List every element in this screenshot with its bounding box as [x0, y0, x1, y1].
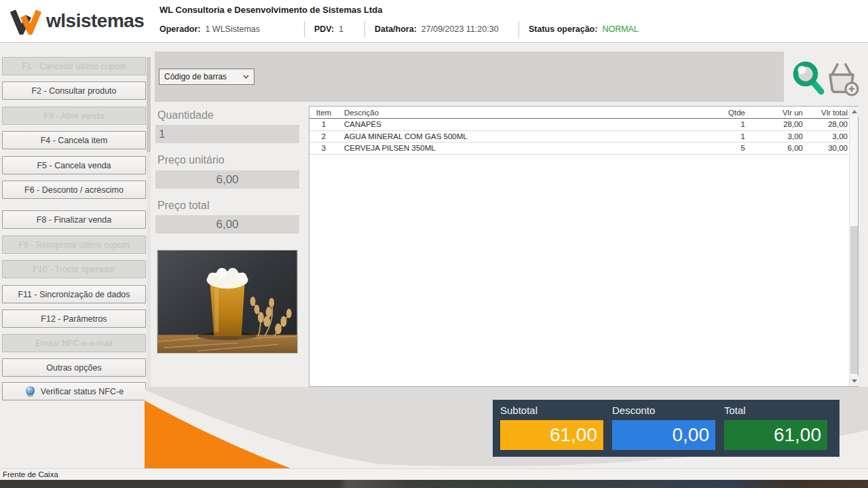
- cell-desc: CANAPÉS: [338, 120, 682, 128]
- globe-icon: [24, 386, 36, 397]
- status-label: Status operação:: [529, 24, 597, 34]
- table-scrollbar[interactable]: [849, 107, 858, 386]
- divider: [518, 21, 519, 37]
- wlsistemas-logo-icon: [10, 7, 42, 35]
- cell-qtde: 5: [682, 144, 747, 152]
- datetime-value: 27/09/2023 11:20:30: [421, 24, 499, 34]
- unit-price-label: Preço unitário: [157, 154, 225, 166]
- cell-desc: CERVEJA PILSEN 350ML: [338, 144, 682, 152]
- col-qtde: Qtde: [682, 109, 747, 117]
- cell-desc: AGUA MINERAL COM GAS 500ML: [338, 132, 682, 140]
- divider: [364, 21, 365, 37]
- basket-add-icon[interactable]: [823, 58, 861, 98]
- col-vlr-total: Vlr total: [804, 109, 849, 117]
- scroll-down-arrow[interactable]: [850, 376, 858, 386]
- operator-value: 1 WLSistemas: [205, 24, 260, 34]
- logo-text: wlsistemas: [46, 10, 144, 32]
- status-bar-text: Frente de Caixa: [3, 470, 58, 478]
- subtotal-value: 61,00: [500, 420, 603, 450]
- quantity-label: Quantidade: [157, 109, 214, 121]
- sidebar-scrollbar-thumb[interactable]: [147, 57, 151, 152]
- cell-item: 1: [309, 120, 338, 128]
- f4-cancel-item-button[interactable]: F4 - Cancela item: [2, 131, 146, 149]
- sidebar-scrollbar[interactable]: [147, 57, 151, 398]
- divider: [304, 21, 305, 37]
- f8-finish-sale-button[interactable]: F8 - Finalizar venda: [2, 210, 146, 229]
- total-price-field[interactable]: 6,00: [155, 215, 299, 233]
- col-vlr-un: Vlr un: [747, 109, 804, 117]
- discount-label: Desconto: [612, 405, 715, 416]
- items-table-panel: Item Descrição Qtde Vlr un Vlr total 1 C…: [309, 106, 858, 387]
- quantity-field[interactable]: 1: [155, 125, 299, 143]
- unit-price-field[interactable]: 6,00: [155, 170, 299, 189]
- cell-vlr-total: 30,00: [804, 144, 849, 152]
- status-badge: NORMAL: [602, 24, 638, 34]
- search-mode-select[interactable]: Código de barras: [159, 69, 254, 85]
- magnifier-icon[interactable]: [791, 60, 827, 98]
- cell-vlr-un: 6,00: [747, 144, 804, 152]
- session-info-row: Operador: 1 WLSistemas PDV: 1 Data/hora:…: [159, 20, 639, 38]
- f2-consult-product-button[interactable]: F2 - Consultar produto: [2, 81, 146, 100]
- cell-vlr-total: 3,00: [804, 132, 849, 140]
- total-label: Total: [724, 405, 827, 416]
- pdv-label: PDV:: [314, 24, 334, 34]
- f6-discount-button[interactable]: F6 - Desconto / acréscimo: [2, 181, 146, 199]
- f3-open-sale-button[interactable]: F3 - Abre venda: [2, 107, 146, 125]
- search-mode-value: Código de barras: [164, 72, 227, 81]
- windows-taskbar[interactable]: [0, 480, 868, 488]
- cell-item: 2: [309, 132, 338, 140]
- search-toolbar: Código de barras: [155, 52, 784, 102]
- col-item: Item: [309, 109, 338, 117]
- items-table-header: Item Descrição Qtde Vlr un Vlr total: [309, 107, 849, 119]
- scroll-up-arrow[interactable]: [850, 107, 858, 117]
- f11-data-sync-button[interactable]: F11 - Sincronização de dados: [2, 285, 146, 303]
- verify-nfce-status-button[interactable]: Verificar status NFC-e: [2, 382, 146, 400]
- chevron-down-icon: [243, 75, 249, 79]
- operator-label: Operador:: [159, 24, 200, 34]
- cell-qtde: 1: [682, 132, 747, 140]
- discount-value: 0,00: [612, 420, 715, 450]
- totals-panel: Subtotal 61,00 Desconto 0,00 Total 61,00: [493, 400, 839, 457]
- cell-item: 3: [309, 144, 338, 152]
- operation-status: Status operação: NORMAL: [529, 24, 639, 34]
- beer-glass-photo: [157, 250, 298, 354]
- col-desc: Descrição: [338, 109, 682, 117]
- verify-nfce-status-label: Verificar status NFC-e: [41, 387, 124, 396]
- datetime-label: Data/hora:: [375, 24, 417, 34]
- pdv-info: PDV: 1: [314, 24, 355, 34]
- f9-reprint-coupon-button[interactable]: F9 - Reimprimir último cupom: [2, 236, 146, 254]
- operator-info: Operador: 1 WLSistemas: [159, 24, 295, 34]
- datetime-info: Data/hora: 27/09/2023 11:20:30: [375, 24, 509, 34]
- cell-vlr-total: 28,00: [804, 120, 849, 128]
- table-row[interactable]: 3 CERVEJA PILSEN 350ML 5 6,00 30,00: [309, 143, 849, 155]
- status-bar: Frente de Caixa: [0, 468, 868, 480]
- pdv-value: 1: [339, 24, 343, 34]
- table-row[interactable]: 2 AGUA MINERAL COM GAS 500ML 1 3,00 3,00: [309, 131, 849, 143]
- f1-cancel-last-coupon-button[interactable]: F1 - Cancelar último cupom: [2, 57, 146, 75]
- f5-cancel-sale-button[interactable]: F5 - Cancela venda: [2, 156, 146, 174]
- total-value: 61,00: [724, 420, 827, 450]
- total-price-label: Preço total: [157, 200, 209, 212]
- app-logo: wlsistemas: [10, 7, 144, 35]
- company-name: WL Consultoria e Desenvolvimento de Sist…: [159, 5, 382, 15]
- table-row[interactable]: 1 CANAPÉS 1 28,00 28,00: [309, 119, 849, 131]
- cell-vlr-un: 3,00: [747, 132, 804, 140]
- cell-qtde: 1: [682, 120, 747, 128]
- f12-parameters-button[interactable]: F12 - Parâmetros: [2, 309, 146, 328]
- other-options-button[interactable]: Outras opções: [2, 358, 146, 377]
- f10-change-operator-button[interactable]: F10 - Trocar operador: [2, 260, 146, 278]
- table-scrollbar-thumb[interactable]: [850, 226, 858, 374]
- cell-vlr-un: 28,00: [747, 120, 804, 128]
- send-nfce-email-button[interactable]: Enviar NFC-e e-mail: [2, 334, 146, 352]
- subtotal-label: Subtotal: [500, 405, 603, 416]
- header: wlsistemas WL Consultoria e Desenvolvime…: [0, 0, 868, 43]
